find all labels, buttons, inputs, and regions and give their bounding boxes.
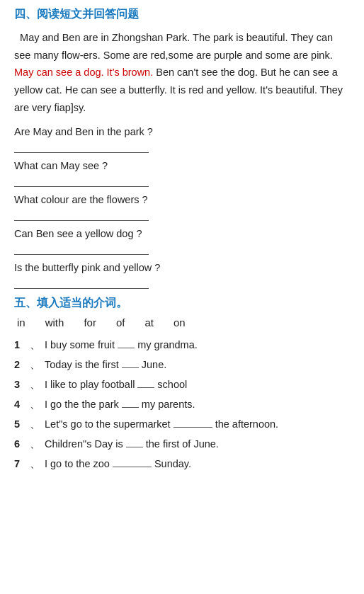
fill-blank-4 bbox=[122, 396, 139, 408]
fill-text-7b: Sunday. bbox=[154, 458, 191, 469]
question3-answer-line bbox=[14, 208, 149, 221]
passage: May and Ben are in Zhongshan Park. The p… bbox=[14, 29, 350, 116]
question4-text: Can Ben see a yellow dog ? bbox=[14, 228, 350, 239]
section5-title: 五、填入适当的介词。 bbox=[14, 296, 350, 311]
fill-blank-3 bbox=[137, 377, 154, 388]
question1-answer-line bbox=[14, 140, 149, 153]
fill-text-6b: the first of June. bbox=[146, 438, 219, 450]
question2-answer-line bbox=[14, 174, 149, 187]
fill-text-2b: June. bbox=[142, 359, 166, 370]
question3-block: What colour are the flowers ? bbox=[14, 194, 350, 221]
prep-of: of bbox=[116, 316, 125, 329]
fill-num-5: 5 bbox=[14, 418, 27, 430]
fill-num-1: 1 bbox=[14, 339, 27, 350]
fill-num-2: 2 bbox=[14, 359, 27, 370]
fill-text-5b: the afternoon. bbox=[215, 418, 279, 430]
fill-num-6: 6 bbox=[14, 438, 27, 450]
section4-title: 四、阅读短文并回答问题 bbox=[14, 7, 350, 22]
fill-item-3: 3、 I like to play football school bbox=[14, 377, 350, 392]
fill-item-2: 2、 Today is the first June. bbox=[14, 357, 350, 372]
fill-item-1: 1、 I buy some fruit my grandma. bbox=[14, 337, 350, 352]
fill-item-5: 5、 Let"s go to the supermarket the after… bbox=[14, 416, 350, 431]
question3-text: What colour are the flowers ? bbox=[14, 194, 350, 205]
fill-text-1a: I buy some fruit bbox=[45, 339, 115, 350]
question5-answer-line bbox=[14, 276, 149, 289]
prep-for: for bbox=[84, 316, 96, 329]
fill-item-7: 7、 I go to the zoo Sunday. bbox=[14, 456, 350, 471]
fill-text-2a: Today is the first bbox=[45, 359, 119, 370]
prep-at: at bbox=[144, 316, 154, 329]
question5-block: Is the butterfly pink and yellow ? bbox=[14, 262, 350, 289]
prep-with: with bbox=[45, 316, 64, 329]
fill-text-3b: school bbox=[157, 379, 187, 390]
fill-item-4: 4、 I go the the park my parents. bbox=[14, 396, 350, 411]
question2-text: What can May see ? bbox=[14, 160, 350, 171]
fill-text-3a: I like to play football bbox=[45, 379, 135, 390]
section5: 五、填入适当的介词。 in with for of at on 1、 I buy… bbox=[14, 296, 350, 471]
fill-text-7a: I go to the zoo bbox=[45, 458, 110, 469]
fill-num-7: 7 bbox=[14, 458, 27, 469]
fill-num-4: 4 bbox=[14, 399, 27, 410]
fill-blank-7 bbox=[113, 456, 152, 467]
prepositions-list: in with for of at on bbox=[14, 316, 350, 329]
question2-block: What can May see ? bbox=[14, 160, 350, 187]
question4-answer-line bbox=[14, 242, 149, 255]
fill-text-1b: my grandma. bbox=[137, 339, 198, 350]
fill-text-4b: my parents. bbox=[142, 399, 195, 410]
fill-text-4a: I go the the park bbox=[45, 399, 119, 410]
fill-num-3: 3 bbox=[14, 379, 27, 390]
fill-text-5a: Let"s go to the supermarket bbox=[45, 418, 171, 430]
question5-text: Is the butterfly pink and yellow ? bbox=[14, 262, 350, 273]
section4: 四、阅读短文并回答问题 May and Ben are in Zhongshan… bbox=[14, 7, 350, 289]
fill-blank-2 bbox=[122, 357, 139, 368]
fill-blank-1 bbox=[118, 337, 135, 348]
prep-in: in bbox=[17, 316, 25, 329]
fill-blank-6 bbox=[126, 436, 143, 447]
question4-block: Can Ben see a yellow dog ? bbox=[14, 228, 350, 255]
prep-on: on bbox=[174, 316, 186, 329]
fill-text-6a: Children"s Day is bbox=[45, 438, 123, 450]
fill-blank-5 bbox=[174, 416, 212, 428]
fill-item-6: 6、 Children"s Day is the first of June. bbox=[14, 436, 350, 451]
question1-text: Are May and Ben in the park ? bbox=[14, 126, 350, 137]
question1-block: Are May and Ben in the park ? bbox=[14, 126, 350, 153]
